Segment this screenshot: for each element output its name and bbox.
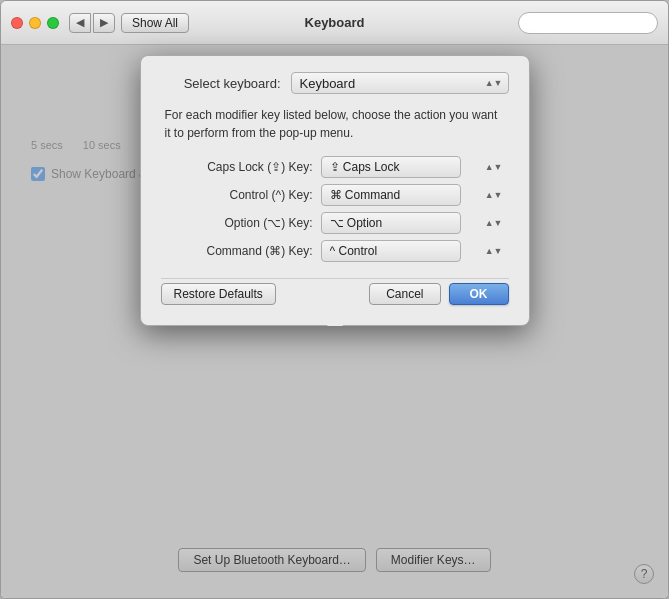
keyboard-select-wrapper: Keyboard ▲▼ xyxy=(291,72,509,94)
control-select[interactable]: ⌃ Control ⌘ Command ⇪ Caps Lock ⌥ Option… xyxy=(321,184,461,206)
select-keyboard-row: Select keyboard: Keyboard ▲▼ xyxy=(161,72,509,94)
modal-arrow xyxy=(327,316,343,326)
control-label: Control (^) Key: xyxy=(161,188,321,202)
traffic-lights xyxy=(11,17,59,29)
keyboard-select[interactable]: Keyboard xyxy=(291,72,509,94)
caps-lock-select-wrapper: ⇪ Caps Lock ⌘ Command ⌃ Control ⌥ Option… xyxy=(321,156,509,178)
control-select-wrapper: ⌃ Control ⌘ Command ⇪ Caps Lock ⌥ Option… xyxy=(321,184,509,206)
select-keyboard-label: Select keyboard: xyxy=(161,76,281,91)
control-select-arrow: ▲▼ xyxy=(485,190,503,200)
modal-description: For each modifier key listed below, choo… xyxy=(161,106,509,142)
cancel-button[interactable]: Cancel xyxy=(369,283,440,305)
ok-button[interactable]: OK xyxy=(449,283,509,305)
show-all-button[interactable]: Show All xyxy=(121,13,189,33)
option-select-wrapper: ⌥ Option ⌘ Command ⌃ Control ⇪ Caps Lock… xyxy=(321,212,509,234)
forward-button[interactable]: ▶ xyxy=(93,13,115,33)
window-title: Keyboard xyxy=(305,15,365,30)
caps-lock-select[interactable]: ⇪ Caps Lock ⌘ Command ⌃ Control ⌥ Option… xyxy=(321,156,461,178)
option-label: Option (⌥) Key: xyxy=(161,216,321,230)
caps-lock-label: Caps Lock (⇪) Key: xyxy=(161,160,321,174)
main-content: 5 secs 10 secs 30 secs 1 min 5 mins Neve… xyxy=(1,45,668,598)
forward-icon: ▶ xyxy=(100,16,108,29)
main-window: ◀ ▶ Show All Keyboard 🔍 5 secs 10 secs 3… xyxy=(0,0,669,599)
titlebar: ◀ ▶ Show All Keyboard 🔍 xyxy=(1,1,668,45)
search-wrapper: 🔍 xyxy=(518,12,658,34)
minimize-button[interactable] xyxy=(29,17,41,29)
modal-buttons-row: Restore Defaults Cancel OK xyxy=(161,278,509,305)
back-button[interactable]: ◀ xyxy=(69,13,91,33)
restore-defaults-button[interactable]: Restore Defaults xyxy=(161,283,276,305)
modifier-keys-grid: Caps Lock (⇪) Key: ⇪ Caps Lock ⌘ Command… xyxy=(161,156,509,262)
nav-buttons: ◀ ▶ xyxy=(69,13,115,33)
modal-overlay: Select keyboard: Keyboard ▲▼ For each mo… xyxy=(1,45,668,598)
command-select[interactable]: ⌘ Command ^ Control ⌥ Option ⇪ Caps Lock… xyxy=(321,240,461,262)
option-select[interactable]: ⌥ Option ⌘ Command ⌃ Control ⇪ Caps Lock… xyxy=(321,212,461,234)
command-select-arrow: ▲▼ xyxy=(485,246,503,256)
back-icon: ◀ xyxy=(76,16,84,29)
caps-lock-select-arrow: ▲▼ xyxy=(485,162,503,172)
command-label: Command (⌘) Key: xyxy=(161,244,321,258)
command-select-wrapper: ⌘ Command ^ Control ⌥ Option ⇪ Caps Lock… xyxy=(321,240,509,262)
option-select-arrow: ▲▼ xyxy=(485,218,503,228)
modifier-keys-modal: Select keyboard: Keyboard ▲▼ For each mo… xyxy=(140,55,530,326)
close-button[interactable] xyxy=(11,17,23,29)
search-input[interactable] xyxy=(518,12,658,34)
maximize-button[interactable] xyxy=(47,17,59,29)
